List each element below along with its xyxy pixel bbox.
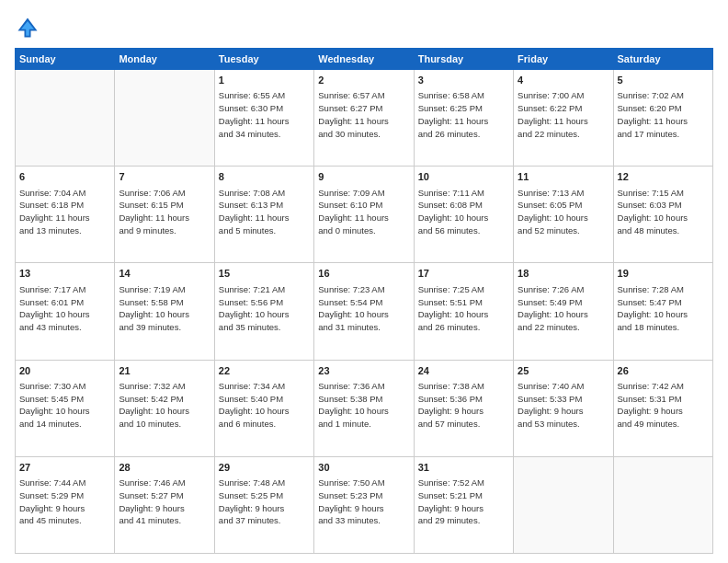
day-info: Sunrise: 7:21 AMSunset: 5:56 PMDaylight:… (219, 283, 310, 334)
calendar-cell (115, 70, 214, 167)
day-number: 31 (418, 461, 509, 475)
day-info: Sunrise: 7:52 AMSunset: 5:21 PMDaylight:… (418, 477, 509, 527)
day-info: Sunrise: 7:42 AMSunset: 5:31 PMDaylight:… (618, 380, 709, 431)
day-info: Sunrise: 7:00 AMSunset: 6:22 PMDaylight:… (518, 89, 609, 140)
calendar-cell: 14Sunrise: 7:19 AMSunset: 5:58 PMDayligh… (115, 263, 214, 360)
page: SundayMondayTuesdayWednesdayThursdayFrid… (0, 0, 728, 563)
day-info: Sunrise: 7:30 AMSunset: 5:45 PMDaylight:… (19, 380, 110, 431)
day-number: 19 (618, 267, 709, 281)
day-info: Sunrise: 7:02 AMSunset: 6:20 PMDaylight:… (618, 89, 709, 140)
day-number: 10 (418, 170, 509, 184)
day-number: 7 (119, 170, 210, 184)
day-number: 23 (318, 364, 409, 378)
day-info: Sunrise: 7:13 AMSunset: 6:05 PMDaylight:… (518, 187, 609, 237)
day-number: 28 (119, 461, 210, 475)
day-number: 2 (318, 74, 409, 87)
calendar-cell: 11Sunrise: 7:13 AMSunset: 6:05 PMDayligh… (514, 167, 613, 263)
calendar-cell: 29Sunrise: 7:48 AMSunset: 5:25 PMDayligh… (214, 456, 313, 553)
calendar-cell: 27Sunrise: 7:44 AMSunset: 5:29 PMDayligh… (16, 456, 115, 553)
day-number: 8 (219, 170, 310, 184)
day-number: 30 (318, 461, 409, 475)
day-info: Sunrise: 7:08 AMSunset: 6:13 PMDaylight:… (219, 187, 310, 237)
day-number: 1 (219, 74, 310, 87)
calendar-cell: 28Sunrise: 7:46 AMSunset: 5:27 PMDayligh… (115, 456, 214, 553)
day-info: Sunrise: 7:23 AMSunset: 5:54 PMDaylight:… (318, 283, 409, 334)
day-number: 13 (19, 267, 110, 281)
header (15, 15, 713, 40)
day-info: Sunrise: 7:44 AMSunset: 5:29 PMDaylight:… (19, 477, 110, 527)
day-number: 17 (418, 267, 509, 281)
day-header-tuesday: Tuesday (214, 49, 313, 70)
day-info: Sunrise: 7:06 AMSunset: 6:15 PMDaylight:… (119, 187, 210, 237)
day-info: Sunrise: 7:40 AMSunset: 5:33 PMDaylight:… (518, 380, 609, 431)
day-info: Sunrise: 7:11 AMSunset: 6:08 PMDaylight:… (418, 187, 509, 237)
calendar-cell: 31Sunrise: 7:52 AMSunset: 5:21 PMDayligh… (414, 456, 513, 553)
calendar-cell: 24Sunrise: 7:38 AMSunset: 5:36 PMDayligh… (414, 360, 513, 456)
calendar-cell: 30Sunrise: 7:50 AMSunset: 5:23 PMDayligh… (314, 456, 414, 553)
day-number: 15 (219, 267, 310, 281)
calendar-cell (16, 70, 115, 167)
day-number: 24 (418, 364, 509, 378)
day-number: 6 (19, 170, 110, 184)
day-info: Sunrise: 7:36 AMSunset: 5:38 PMDaylight:… (318, 380, 409, 431)
calendar-cell: 15Sunrise: 7:21 AMSunset: 5:56 PMDayligh… (214, 263, 313, 360)
calendar-cell: 19Sunrise: 7:28 AMSunset: 5:47 PMDayligh… (613, 263, 712, 360)
day-info: Sunrise: 6:55 AMSunset: 6:30 PMDaylight:… (219, 89, 310, 140)
day-number: 18 (518, 267, 609, 281)
calendar-cell: 12Sunrise: 7:15 AMSunset: 6:03 PMDayligh… (613, 167, 712, 263)
day-number: 29 (219, 461, 310, 475)
calendar-cell (613, 456, 712, 553)
calendar-cell: 21Sunrise: 7:32 AMSunset: 5:42 PMDayligh… (115, 360, 214, 456)
svg-marker-1 (21, 21, 34, 36)
day-info: Sunrise: 7:28 AMSunset: 5:47 PMDaylight:… (618, 283, 709, 334)
calendar-cell: 8Sunrise: 7:08 AMSunset: 6:13 PMDaylight… (214, 167, 313, 263)
day-header-sunday: Sunday (16, 49, 115, 70)
day-info: Sunrise: 7:34 AMSunset: 5:40 PMDaylight:… (219, 380, 310, 431)
calendar-cell: 7Sunrise: 7:06 AMSunset: 6:15 PMDaylight… (115, 167, 214, 263)
day-info: Sunrise: 7:15 AMSunset: 6:03 PMDaylight:… (618, 187, 709, 237)
day-header-wednesday: Wednesday (314, 49, 414, 70)
day-info: Sunrise: 6:58 AMSunset: 6:25 PMDaylight:… (418, 89, 509, 140)
day-info: Sunrise: 7:04 AMSunset: 6:18 PMDaylight:… (19, 187, 110, 237)
calendar-cell: 18Sunrise: 7:26 AMSunset: 5:49 PMDayligh… (514, 263, 613, 360)
day-number: 21 (119, 364, 210, 378)
day-number: 4 (518, 74, 609, 87)
calendar-cell: 13Sunrise: 7:17 AMSunset: 6:01 PMDayligh… (16, 263, 115, 360)
day-info: Sunrise: 7:26 AMSunset: 5:49 PMDaylight:… (518, 283, 609, 334)
day-info: Sunrise: 7:32 AMSunset: 5:42 PMDaylight:… (119, 380, 210, 431)
calendar-cell: 25Sunrise: 7:40 AMSunset: 5:33 PMDayligh… (514, 360, 613, 456)
day-info: Sunrise: 7:48 AMSunset: 5:25 PMDaylight:… (219, 477, 310, 527)
calendar-cell: 2Sunrise: 6:57 AMSunset: 6:27 PMDaylight… (314, 70, 414, 167)
day-number: 25 (518, 364, 609, 378)
day-info: Sunrise: 7:09 AMSunset: 6:10 PMDaylight:… (318, 187, 409, 237)
calendar-cell: 26Sunrise: 7:42 AMSunset: 5:31 PMDayligh… (613, 360, 712, 456)
day-number: 26 (618, 364, 709, 378)
day-number: 12 (618, 170, 709, 184)
day-number: 16 (318, 267, 409, 281)
calendar-cell: 17Sunrise: 7:25 AMSunset: 5:51 PMDayligh… (414, 263, 513, 360)
calendar-cell: 20Sunrise: 7:30 AMSunset: 5:45 PMDayligh… (16, 360, 115, 456)
day-info: Sunrise: 7:46 AMSunset: 5:27 PMDaylight:… (119, 477, 210, 527)
day-number: 5 (618, 74, 709, 87)
day-number: 20 (19, 364, 110, 378)
day-number: 9 (318, 170, 409, 184)
calendar-cell: 5Sunrise: 7:02 AMSunset: 6:20 PMDaylight… (613, 70, 712, 167)
calendar-cell: 1Sunrise: 6:55 AMSunset: 6:30 PMDaylight… (214, 70, 313, 167)
calendar-cell: 16Sunrise: 7:23 AMSunset: 5:54 PMDayligh… (314, 263, 414, 360)
calendar-cell: 3Sunrise: 6:58 AMSunset: 6:25 PMDaylight… (414, 70, 513, 167)
day-number: 27 (19, 461, 110, 475)
day-info: Sunrise: 7:25 AMSunset: 5:51 PMDaylight:… (418, 283, 509, 334)
day-number: 11 (518, 170, 609, 184)
calendar-cell: 22Sunrise: 7:34 AMSunset: 5:40 PMDayligh… (214, 360, 313, 456)
day-number: 14 (119, 267, 210, 281)
logo-icon (15, 15, 40, 40)
calendar: SundayMondayTuesdayWednesdayThursdayFrid… (15, 48, 713, 554)
day-header-thursday: Thursday (414, 49, 513, 70)
day-header-saturday: Saturday (613, 49, 712, 70)
day-number: 22 (219, 364, 310, 378)
logo (15, 15, 44, 40)
day-info: Sunrise: 6:57 AMSunset: 6:27 PMDaylight:… (318, 89, 409, 140)
day-number: 3 (418, 74, 509, 87)
day-info: Sunrise: 7:38 AMSunset: 5:36 PMDaylight:… (418, 380, 509, 431)
day-info: Sunrise: 7:17 AMSunset: 6:01 PMDaylight:… (19, 283, 110, 334)
